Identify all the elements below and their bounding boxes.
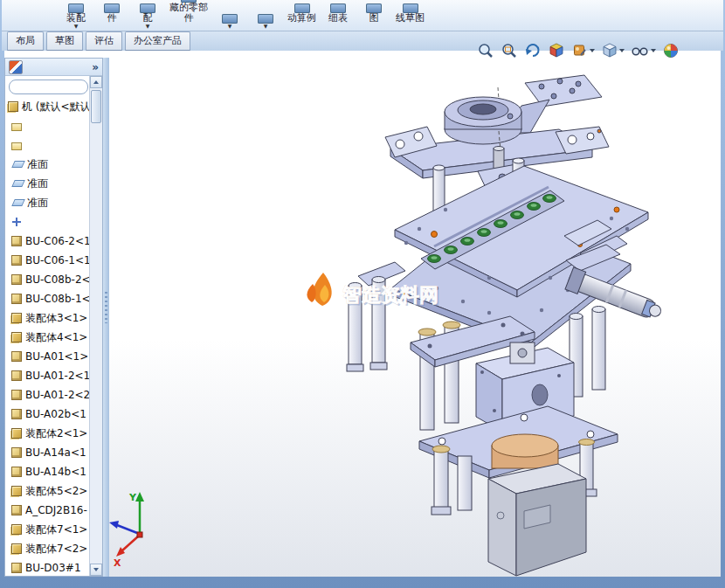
tree-item-label: 装配体3<1> bbox=[25, 311, 87, 326]
tree-item-label: BU-A01-2<2 bbox=[25, 389, 89, 401]
heads-up-view-toolbar bbox=[477, 38, 680, 63]
zoom-to-area-icon bbox=[501, 42, 518, 59]
tree-item[interactable]: BU-C06-1<1 bbox=[5, 251, 89, 270]
scrollbar-thumb[interactable] bbox=[91, 90, 101, 123]
ribbon-button[interactable]: 配 ▼ bbox=[131, 3, 164, 30]
command-tab[interactable]: 布局 bbox=[7, 31, 44, 51]
app-logo-icon bbox=[9, 60, 23, 74]
tree-item[interactable]: 装配体4<1> bbox=[5, 328, 89, 347]
scroll-down-button[interactable] bbox=[90, 564, 102, 576]
ribbon-button[interactable]: 件 bbox=[95, 3, 128, 30]
view-orientation-icon bbox=[601, 42, 618, 59]
tree-item[interactable]: BU-A01-2<2 bbox=[5, 385, 89, 405]
tree-item-label: BU-C06-2<1 bbox=[25, 235, 89, 247]
previous-view-button[interactable] bbox=[524, 42, 542, 59]
tree-item-label: BU-C06-1<1 bbox=[25, 254, 89, 266]
tree-item-icon bbox=[11, 524, 22, 535]
tree-item[interactable] bbox=[5, 135, 89, 155]
tree-item[interactable]: 装配体2<1> bbox=[5, 424, 89, 443]
tree-item-icon bbox=[11, 370, 22, 381]
section-view-icon bbox=[548, 42, 565, 59]
tree-item[interactable]: 装配体5<2> bbox=[5, 481, 89, 501]
tree-item[interactable]: 准面 bbox=[5, 174, 89, 193]
command-tab[interactable]: 评估 bbox=[86, 31, 122, 51]
edit-appearance-icon bbox=[571, 42, 589, 59]
tree-item-label: 准面 bbox=[27, 157, 48, 172]
scroll-up-button[interactable] bbox=[90, 76, 102, 88]
tree-item[interactable]: 装配体7<2> bbox=[5, 539, 89, 558]
command-tab[interactable]: 草图 bbox=[46, 31, 83, 51]
zoom-to-fit-button[interactable] bbox=[477, 42, 494, 59]
tree-item[interactable]: A_CDJ2B16- bbox=[5, 501, 89, 520]
tree-item-icon bbox=[11, 313, 22, 323]
tree-item-icon bbox=[11, 332, 22, 342]
tree-item[interactable]: 准面 bbox=[5, 193, 89, 212]
down-arrow-icon bbox=[93, 568, 99, 571]
apply-scene-button[interactable] bbox=[662, 42, 680, 59]
dropdown-arrow-icon bbox=[651, 49, 656, 52]
tree-item-icon bbox=[11, 543, 22, 554]
ribbon-button-label: 藏的零部件 bbox=[169, 3, 208, 24]
section-view-button[interactable] bbox=[548, 42, 565, 59]
tree-item-label: BU-A14b<1 bbox=[25, 466, 86, 478]
tree-item-label: 准面 bbox=[27, 176, 48, 191]
tree-item[interactable] bbox=[5, 116, 89, 135]
tree-item[interactable]: BU-A02b<1 bbox=[5, 405, 89, 424]
tree-item-label: BU-C08b-2< bbox=[25, 273, 89, 286]
tree-item-label: 准面 bbox=[27, 196, 48, 211]
feature-manager-panel: » 机 (默认<默认< 准面 bbox=[4, 58, 103, 577]
tree-item-icon bbox=[11, 294, 22, 304]
tree-item[interactable]: BU-D03#1 bbox=[5, 558, 89, 577]
tree-item[interactable]: 装配体7<1> bbox=[5, 520, 89, 539]
display-style-button[interactable] bbox=[631, 42, 656, 59]
tree-item[interactable]: BU-C08b-1< bbox=[5, 289, 89, 308]
view-orientation-button[interactable] bbox=[601, 42, 625, 59]
panel-splitter[interactable] bbox=[103, 58, 109, 577]
solidworks-window: { "ribbon": { "buttons": [ {"label":"装配"… bbox=[0, 0, 725, 588]
ribbon-button[interactable]: 藏的零部件 bbox=[167, 0, 211, 30]
zoom-to-area-button[interactable] bbox=[501, 42, 518, 59]
dropdown-arrow-icon bbox=[619, 49, 625, 52]
command-tab[interactable]: 办公室产品 bbox=[125, 31, 190, 51]
tree-scrollbar[interactable] bbox=[89, 76, 102, 576]
ribbon-button[interactable]: 装配 ▼ bbox=[59, 3, 93, 30]
tree-item[interactable]: 准面 bbox=[5, 155, 89, 174]
tree-item-label: BU-A01<1> bbox=[25, 350, 88, 363]
panel-collapse-button[interactable]: » bbox=[92, 62, 99, 73]
tree-item[interactable]: BU-C06-2<1 bbox=[5, 232, 89, 251]
ribbon-button[interactable]: 图 bbox=[357, 3, 390, 30]
display-style-icon bbox=[631, 42, 650, 59]
previous-view-icon bbox=[524, 42, 542, 59]
tree-item-icon bbox=[11, 486, 22, 496]
up-arrow-icon bbox=[93, 80, 99, 84]
tree-item[interactable]: BU-A14a<1 bbox=[5, 443, 89, 462]
tree-item-icon bbox=[11, 236, 22, 246]
dropdown-arrow-icon: ▼ bbox=[264, 24, 268, 30]
tree-item-icon bbox=[11, 409, 22, 419]
tree-item-icon bbox=[11, 142, 22, 150]
tree-item-label: 装配体7<1> bbox=[25, 522, 87, 537]
tree-item-icon bbox=[11, 161, 25, 168]
tree-item[interactable] bbox=[5, 212, 89, 232]
tree-filter-box[interactable] bbox=[9, 80, 88, 94]
tree-root-item[interactable]: 机 (默认<默认< bbox=[5, 97, 89, 116]
ribbon-button-label: 动算例 bbox=[287, 13, 316, 24]
tree-item[interactable]: 装配体3<1> bbox=[5, 308, 89, 328]
tree-item[interactable]: BU-A01-2<1 bbox=[5, 366, 89, 385]
ribbon-button[interactable]: 细表 bbox=[321, 3, 355, 30]
tree-item-label: 装配体4<1> bbox=[25, 330, 87, 345]
tree-item-label: BU-A14a<1 bbox=[25, 446, 86, 459]
ribbon-button[interactable]: ▼ bbox=[213, 14, 246, 30]
tree-item[interactable]: BU-A14b<1 bbox=[5, 462, 89, 481]
ribbon-button[interactable]: 动算例 bbox=[285, 3, 319, 30]
edit-appearance-button[interactable] bbox=[571, 42, 595, 59]
tree-item[interactable]: BU-C08b-2< bbox=[5, 270, 89, 289]
splitter-grip-icon bbox=[105, 292, 107, 323]
ribbon-button-label: 线草图 bbox=[396, 13, 425, 24]
ribbon-button[interactable]: 线草图 bbox=[393, 3, 427, 30]
tree-item-icon bbox=[11, 390, 22, 400]
ribbon-button[interactable]: ▼ bbox=[249, 14, 282, 30]
graphics-viewport[interactable] bbox=[4, 51, 721, 577]
ribbon-toolbar: 装配 ▼ 件 配 ▼ 藏的零部件 ▼ ▼ bbox=[2, 0, 723, 31]
tree-item[interactable]: BU-A01<1> bbox=[5, 347, 89, 366]
